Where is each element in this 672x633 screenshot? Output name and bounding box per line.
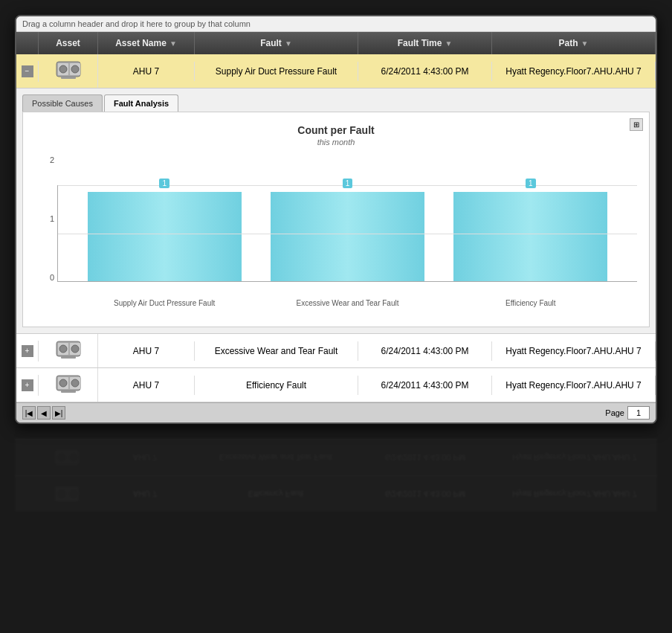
expand-cell-3[interactable]: + — [16, 375, 39, 396]
fault-time-cell-2: 6/24/2011 4:43:00 PM — [358, 341, 492, 361]
page-label: Page — [605, 408, 624, 417]
asset-name-cell-2: AHU 7 — [98, 341, 195, 361]
fault-time-cell-1: 6/24/2011 4:43:00 PM — [358, 62, 492, 81]
svg-point-4 — [71, 65, 79, 73]
svg-point-23 — [70, 454, 77, 461]
y-label-0: 0 — [35, 273, 57, 282]
chart-title: Count per Fault — [35, 124, 637, 136]
svg-point-22 — [58, 454, 65, 461]
fault-cell-3: Efficiency Fault — [195, 376, 358, 395]
expanded-detail: Possible Causes Fault Analysis ⊞ Count p… — [16, 88, 656, 333]
svg-rect-17 — [61, 391, 76, 393]
svg-rect-5 — [61, 77, 76, 79]
ahu-icon-1 — [55, 59, 82, 81]
filter-icon-asset-name: ▼ — [169, 39, 177, 48]
bar-group-1: 1 Supply Air Duct Pressure Fault — [88, 192, 242, 281]
fault-cell-2: Excessive Wear and Tear Fault — [195, 341, 358, 361]
path-cell-2: Hyatt Regency.Floor7.AHU.AHU 7 — [492, 341, 656, 361]
chart-container: 2 1 0 1 Supply Air Duct Pressure Fault — [35, 155, 637, 312]
bar-value-2: 1 — [343, 179, 353, 188]
svg-point-9 — [59, 345, 67, 353]
th-fault-time[interactable]: Fault Time ▼ — [358, 32, 492, 54]
expanded-row: − AHU 7 Supply Air Duct Pressure Fault — [16, 54, 656, 334]
prev-page-button[interactable]: ◀ — [37, 406, 51, 420]
svg-point-20 — [70, 490, 77, 498]
tab-fault-analysis[interactable]: Fault Analysis — [104, 94, 178, 112]
tab-bar: Possible Causes Fault Analysis — [22, 94, 650, 112]
ahu-icon-2 — [55, 338, 82, 361]
fault-cell-1: Supply Air Duct Pressure Fault — [195, 62, 358, 81]
bar-group-2: 1 Excessive Wear and Tear Fault — [271, 192, 424, 281]
asset-name-cell-1: AHU 7 — [98, 62, 195, 81]
drag-hint: Drag a column header and drop it here to… — [16, 16, 656, 32]
asset-icon-cell-3 — [39, 368, 98, 402]
chart-area: ⊞ Count per Fault this month 2 1 0 — [22, 112, 650, 327]
asset-icon-cell-1 — [39, 54, 98, 88]
bar-value-3: 1 — [526, 179, 536, 188]
page-indicator: Page — [605, 406, 650, 420]
collapse-button-1[interactable]: − — [22, 65, 33, 77]
bars-section: 1 Supply Air Duct Pressure Fault 1 Exces… — [57, 185, 637, 282]
bar-1: 1 — [88, 192, 242, 281]
th-fault[interactable]: Fault ▼ — [195, 32, 358, 54]
th-path[interactable]: Path ▼ — [492, 32, 656, 54]
chart-export-button[interactable]: ⊞ — [630, 118, 643, 131]
filter-icon-fault: ▼ — [285, 39, 292, 48]
pagination-bar: |◀ ◀ ▶| Page — [16, 402, 656, 422]
page-navigation: |◀ ◀ ▶| — [22, 406, 65, 420]
bar-x-label-2: Excessive Wear and Tear Fault — [291, 299, 403, 307]
expand-button-2[interactable]: + — [22, 345, 33, 357]
chart-subtitle: this month — [35, 138, 637, 147]
data-row-2: + AHU 7 Excessive Wear and Tear Fault 6/… — [16, 334, 656, 368]
asset-name-cell-3: AHU 7 — [98, 376, 195, 395]
reflection: AHU 7 Efficiency Fault 6/24/2011 4:43:00… — [15, 422, 657, 512]
page-input[interactable] — [627, 406, 650, 420]
filter-icon-path: ▼ — [581, 39, 589, 48]
filter-icon-fault-time: ▼ — [445, 39, 452, 48]
next-page-button[interactable]: ▶| — [52, 406, 65, 420]
svg-point-3 — [59, 65, 67, 73]
data-row-3: + AHU 7 Efficiency Fault 6/24/2011 4:43:… — [16, 368, 656, 402]
bar-2: 1 — [271, 192, 424, 281]
ahu-icon-3 — [55, 373, 82, 395]
th-expand — [16, 32, 39, 54]
expand-cell-2[interactable]: + — [16, 341, 39, 362]
y-label-1: 1 — [35, 214, 57, 223]
first-page-button[interactable]: |◀ — [22, 406, 36, 420]
svg-rect-11 — [61, 356, 76, 359]
svg-point-19 — [58, 490, 65, 498]
expand-cell-1[interactable]: − — [16, 61, 39, 82]
y-axis: 2 1 0 — [35, 155, 57, 282]
table-header: Asset Asset Name ▼ Fault ▼ Fault Time ▼ … — [16, 32, 656, 54]
bar-x-label-3: Efficiency Fault — [475, 299, 587, 307]
expand-button-3[interactable]: + — [22, 379, 33, 391]
fault-time-cell-3: 6/24/2011 4:43:00 PM — [358, 376, 492, 395]
path-cell-1: Hyatt Regency.Floor7.AHU.AHU 7 — [492, 62, 656, 81]
th-asset-name[interactable]: Asset Name ▼ — [98, 32, 195, 54]
svg-point-16 — [71, 379, 79, 387]
bar-x-label-1: Supply Air Duct Pressure Fault — [109, 299, 220, 307]
bar-value-1: 1 — [159, 179, 169, 188]
tab-possible-causes[interactable]: Possible Causes — [22, 94, 103, 112]
path-cell-3: Hyatt Regency.Floor7.AHU.AHU 7 — [492, 376, 656, 395]
y-label-2: 2 — [35, 155, 57, 164]
svg-point-10 — [71, 345, 79, 353]
bar-3: 1 — [453, 192, 607, 281]
svg-point-15 — [59, 379, 67, 387]
th-asset[interactable]: Asset — [39, 32, 98, 54]
bar-group-3: 1 Efficiency Fault — [453, 192, 607, 281]
asset-icon-cell-2 — [39, 334, 98, 367]
